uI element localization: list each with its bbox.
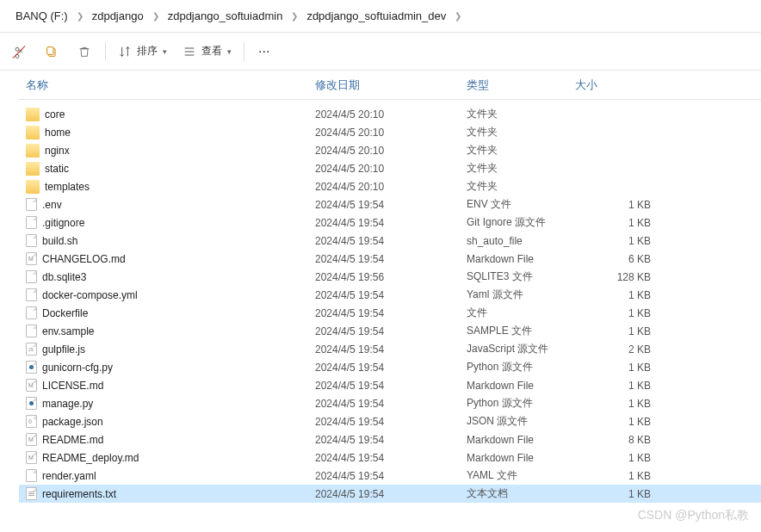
chevron-down-icon: ▾ xyxy=(163,47,167,56)
file-date: 2024/4/5 19:54 xyxy=(308,325,460,337)
delete-button[interactable] xyxy=(69,38,100,65)
scissors-icon xyxy=(12,45,26,59)
file-date: 2024/4/5 19:54 xyxy=(308,362,460,374)
file-row[interactable]: env.sample2024/4/5 19:54SAMPLE 文件1 KB xyxy=(19,322,761,340)
file-row[interactable]: render.yaml2024/4/5 19:54YAML 文件1 KB xyxy=(19,467,761,485)
folder-icon xyxy=(26,180,40,194)
folder-icon xyxy=(26,144,40,158)
col-header-date[interactable]: 修改日期 xyxy=(308,77,460,93)
file-row[interactable]: Dockerfile2024/4/5 19:54文件1 KB xyxy=(19,304,761,322)
file-date: 2024/4/5 19:54 xyxy=(308,289,460,301)
file-icon xyxy=(26,252,37,265)
file-type: Python 源文件 xyxy=(460,396,568,411)
file-name-cell: README.md xyxy=(19,433,308,446)
file-type: Yaml 源文件 xyxy=(460,288,568,302)
file-size: 8 KB xyxy=(568,434,671,446)
file-name: README.md xyxy=(42,434,103,446)
file-date: 2024/4/5 19:54 xyxy=(308,307,460,319)
file-row[interactable]: package.json2024/4/5 19:54JSON 源文件1 KB xyxy=(19,412,761,430)
ellipsis-icon: ··· xyxy=(258,44,269,59)
file-size: 1 KB xyxy=(568,416,671,428)
crumb-3[interactable]: zdpdjango_softuiadmin_dev xyxy=(298,9,455,22)
file-name-cell: env.sample xyxy=(19,325,308,337)
file-row[interactable]: gulpfile.js2024/4/5 19:54JavaScript 源文件2… xyxy=(19,340,761,358)
file-icon xyxy=(26,469,37,482)
file-icon xyxy=(26,487,37,500)
col-header-name[interactable]: 名称 xyxy=(19,77,308,93)
file-row[interactable]: manage.py2024/4/5 19:54Python 源文件1 KB xyxy=(19,394,761,412)
list-icon xyxy=(183,45,196,59)
trash-icon xyxy=(77,45,91,59)
file-type: 文件 xyxy=(460,306,568,320)
file-date: 2024/4/5 20:10 xyxy=(308,127,460,139)
breadcrumb-bar: BANQ (F:) ❯ zdpdjango ❯ zdpdjango_softui… xyxy=(0,0,761,33)
chevron-right-icon: ❯ xyxy=(152,11,159,21)
file-row[interactable]: db.sqlite32024/4/5 19:56SQLITE3 文件128 KB xyxy=(19,268,761,286)
file-name-cell: CHANGELOG.md xyxy=(19,252,308,265)
file-type: 文件夹 xyxy=(460,107,568,121)
file-row[interactable]: home2024/4/5 20:10文件夹 xyxy=(19,123,761,141)
file-size: 1 KB xyxy=(568,289,671,301)
file-row[interactable]: LICENSE.md2024/4/5 19:54Markdown File1 K… xyxy=(19,376,761,394)
more-button[interactable]: ··· xyxy=(250,44,278,59)
file-name-cell: db.sqlite3 xyxy=(19,270,308,283)
file-row[interactable]: build.sh2024/4/5 19:54sh_auto_file1 KB xyxy=(19,232,761,250)
file-size: 1 KB xyxy=(568,380,671,392)
file-name-cell: gunicorn-cfg.py xyxy=(19,361,308,374)
file-icon xyxy=(26,325,37,337)
crumb-0[interactable]: BANQ (F:) xyxy=(7,9,77,22)
file-icon xyxy=(26,234,37,247)
copy-button[interactable] xyxy=(36,38,67,65)
file-row[interactable]: static2024/4/5 20:10文件夹 xyxy=(19,159,761,177)
file-name-cell: README_deploy.md xyxy=(19,451,308,464)
crumb-1[interactable]: zdpdjango xyxy=(84,9,152,22)
file-name: .env xyxy=(42,199,62,211)
file-row[interactable]: core2024/4/5 20:10文件夹 xyxy=(19,105,761,123)
file-row[interactable]: requirements.txt2024/4/5 19:54文本文档1 KB xyxy=(19,485,761,503)
file-row[interactable]: README.md2024/4/5 19:54Markdown File8 KB xyxy=(19,430,761,448)
folder-icon xyxy=(26,126,40,139)
copy-icon xyxy=(45,45,59,59)
file-name: db.sqlite3 xyxy=(42,271,86,283)
file-row[interactable]: README_deploy.md2024/4/5 19:54Markdown F… xyxy=(19,448,761,467)
file-date: 2024/4/5 19:54 xyxy=(308,380,460,392)
view-label: 查看 xyxy=(201,44,222,59)
file-type: Git Ignore 源文件 xyxy=(460,215,568,230)
file-icon xyxy=(26,415,37,428)
file-date: 2024/4/5 19:54 xyxy=(308,488,460,500)
file-type: Python 源文件 xyxy=(460,360,568,374)
file-name: templates xyxy=(45,181,90,193)
file-name-cell: requirements.txt xyxy=(19,487,308,500)
file-date: 2024/4/5 19:54 xyxy=(308,217,460,229)
file-size: 1 KB xyxy=(568,307,671,319)
file-row[interactable]: docker-compose.yml2024/4/5 19:54Yaml 源文件… xyxy=(19,286,761,304)
file-date: 2024/4/5 20:10 xyxy=(308,163,460,175)
file-row[interactable]: nginx2024/4/5 20:10文件夹 xyxy=(19,141,761,159)
file-type: 文本文档 xyxy=(460,486,568,501)
file-name-cell: home xyxy=(19,126,308,139)
file-icon xyxy=(26,343,37,356)
file-row[interactable]: gunicorn-cfg.py2024/4/5 19:54Python 源文件1… xyxy=(19,358,761,376)
file-size: 128 KB xyxy=(568,271,671,283)
chevron-right-icon: ❯ xyxy=(77,11,84,21)
sort-button[interactable]: 排序 ▾ xyxy=(111,38,174,65)
col-header-type[interactable]: 类型 xyxy=(460,77,568,93)
file-date: 2024/4/5 19:54 xyxy=(308,434,460,446)
file-size: 1 KB xyxy=(568,362,671,374)
crumb-2[interactable]: zdpdjango_softuiadmin xyxy=(159,9,292,22)
file-icon xyxy=(26,198,37,211)
chevron-right-icon: ❯ xyxy=(291,11,298,21)
file-name-cell: .env xyxy=(19,198,308,211)
file-row[interactable]: .gitignore2024/4/5 19:54Git Ignore 源文件1 … xyxy=(19,213,761,232)
cut-button[interactable] xyxy=(3,38,34,65)
file-row[interactable]: templates2024/4/5 20:10文件夹 xyxy=(19,177,761,195)
col-header-size[interactable]: 大小 xyxy=(568,77,671,93)
file-name: home xyxy=(45,127,71,139)
separator xyxy=(105,42,106,61)
file-row[interactable]: .env2024/4/5 19:54ENV 文件1 KB xyxy=(19,195,761,213)
view-button[interactable]: 查看 ▾ xyxy=(176,38,238,65)
file-type: sh_auto_file xyxy=(460,235,568,247)
file-name: Dockerfile xyxy=(42,307,88,319)
file-row[interactable]: CHANGELOG.md2024/4/5 19:54Markdown File6… xyxy=(19,250,761,268)
file-rows: core2024/4/5 20:10文件夹home2024/4/5 20:10文… xyxy=(19,100,761,503)
